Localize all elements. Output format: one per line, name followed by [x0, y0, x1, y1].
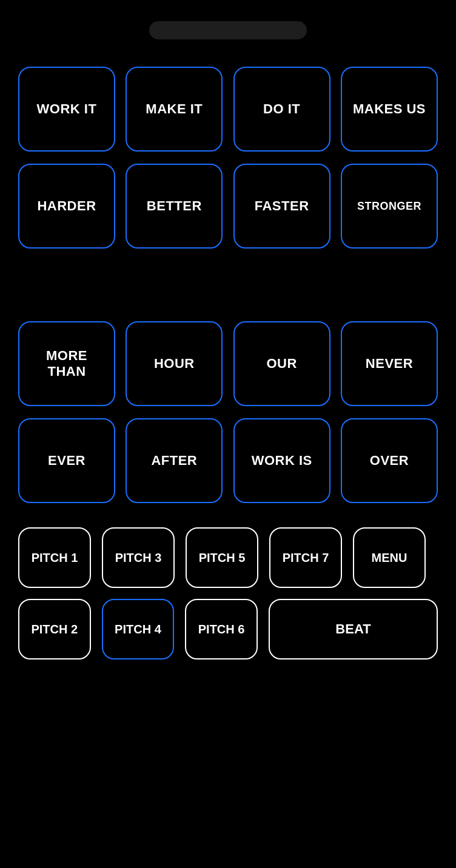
grid-row-2: HARDER BETTER FASTER STRONGER — [18, 164, 438, 249]
pitch-7-btn[interactable]: PITCH 7 — [269, 527, 342, 588]
work-is-btn[interactable]: WORK IS — [233, 418, 330, 503]
grid-row-3: MORE THAN HOUR OUR NEVER — [18, 321, 438, 406]
more-than-btn[interactable]: MORE THAN — [18, 321, 115, 406]
pitch-4-btn[interactable]: PITCH 4 — [102, 599, 175, 659]
makes-us-btn[interactable]: MAKES US — [341, 67, 438, 152]
top-shape — [149, 21, 307, 39]
harder-btn[interactable]: HARDER — [18, 164, 115, 249]
stronger-btn[interactable]: STRONGER — [341, 164, 438, 249]
after-btn[interactable]: AFTER — [126, 418, 223, 503]
main-grid: WORK IT MAKE IT DO IT MAKES US HARDER BE… — [0, 67, 456, 261]
pitch-2-btn[interactable]: PITCH 2 — [18, 599, 91, 659]
top-decoration — [0, 6, 456, 42]
pitch-6-btn[interactable]: PITCH 6 — [185, 599, 258, 659]
grid-row-4: EVER AFTER WORK IS OVER — [18, 418, 438, 503]
hour-btn[interactable]: HOUR — [126, 321, 223, 406]
pitch-1-btn[interactable]: PITCH 1 — [18, 527, 91, 588]
pitch-3-btn[interactable]: PITCH 3 — [102, 527, 175, 588]
pitch-row-1: PITCH 1 PITCH 3 PITCH 5 PITCH 7 MENU — [0, 527, 456, 588]
grid-row-1: WORK IT MAKE IT DO IT MAKES US — [18, 67, 438, 152]
pitch-5-btn[interactable]: PITCH 5 — [186, 527, 258, 588]
make-it-btn[interactable]: MAKE IT — [126, 67, 223, 152]
ever-btn[interactable]: EVER — [18, 418, 115, 503]
pitch-section: PITCH 1 PITCH 3 PITCH 5 PITCH 7 MENU PIT… — [0, 527, 456, 670]
second-grid: MORE THAN HOUR OUR NEVER EVER AFTER WORK… — [0, 321, 456, 515]
over-btn[interactable]: OVER — [341, 418, 438, 503]
menu-btn[interactable]: MENU — [353, 527, 426, 588]
work-it-btn[interactable]: WORK IT — [18, 67, 115, 152]
do-it-btn[interactable]: DO IT — [233, 67, 330, 152]
pitch-row-2: PITCH 2 PITCH 4 PITCH 6 BEAT — [0, 599, 456, 659]
beat-btn[interactable]: BEAT — [269, 599, 438, 659]
never-btn[interactable]: NEVER — [341, 321, 438, 406]
our-btn[interactable]: OUR — [233, 321, 330, 406]
better-btn[interactable]: BETTER — [126, 164, 223, 249]
faster-btn[interactable]: FASTER — [233, 164, 330, 249]
